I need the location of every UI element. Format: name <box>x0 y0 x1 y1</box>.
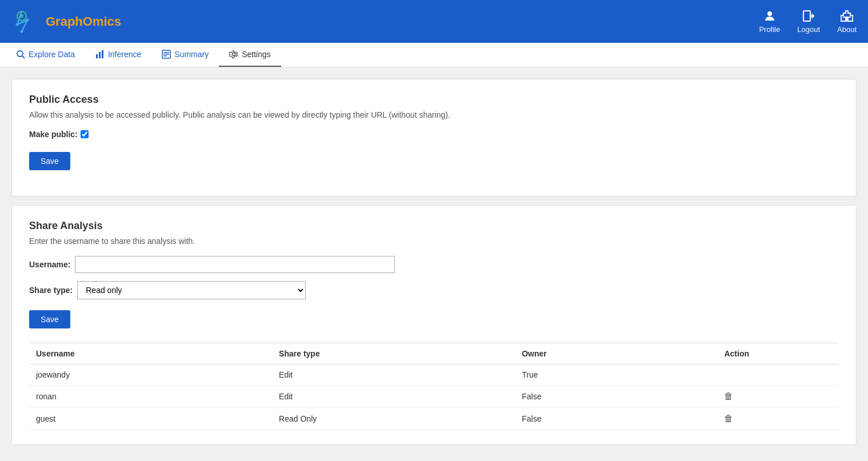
svg-rect-7 <box>845 17 849 21</box>
svg-rect-8 <box>843 17 851 18</box>
svg-rect-15 <box>163 52 169 53</box>
col-header-owner: Owner <box>515 343 717 364</box>
cell-action: 🗑 <box>717 386 839 408</box>
share-type-label: Share type: <box>29 286 73 295</box>
main-content: Public Access Allow this analysis to be … <box>0 67 868 456</box>
svg-point-3 <box>26 18 29 21</box>
delete-button[interactable]: 🗑 <box>724 391 733 401</box>
cell-action <box>717 364 839 386</box>
logout-label: Logout <box>797 25 820 34</box>
share-type-select[interactable]: Read only Edit <box>77 281 306 299</box>
cell-sharetype: Edit <box>272 386 515 408</box>
tab-explore-data-label: Explore Data <box>29 50 75 59</box>
summary-icon <box>162 50 171 59</box>
make-public-label: Make public: <box>29 130 78 139</box>
svg-rect-11 <box>96 54 98 58</box>
username-row: Username: <box>29 256 839 273</box>
tabs-bar: Explore Data Inference Summary Settings <box>0 43 868 67</box>
public-access-card: Public Access Allow this analysis to be … <box>11 79 857 197</box>
col-header-sharetype: Share type <box>272 343 515 364</box>
col-header-username: Username <box>29 343 272 364</box>
svg-point-4 <box>21 30 23 33</box>
profile-nav-item[interactable]: Profile <box>759 9 780 34</box>
search-icon <box>16 50 25 59</box>
share-analysis-save-button[interactable]: Save <box>29 310 70 328</box>
cell-owner: True <box>515 364 717 386</box>
app-header: GraphOmics Profile Logout About <box>0 0 868 43</box>
about-icon <box>840 9 854 23</box>
tab-summary[interactable]: Summary <box>151 43 219 67</box>
profile-label: Profile <box>759 25 780 34</box>
make-public-row: Make public: <box>29 130 839 139</box>
chart-icon <box>95 50 105 59</box>
public-access-title: Public Access <box>29 94 839 106</box>
about-nav-item[interactable]: About <box>837 9 857 34</box>
public-access-description: Allow this analysis to be accessed publi… <box>29 110 839 119</box>
header-nav: Profile Logout About <box>759 9 857 34</box>
svg-point-5 <box>767 11 772 16</box>
logo-icon <box>11 7 40 36</box>
col-header-action: Action <box>717 343 839 364</box>
tab-summary-label: Summary <box>174 50 209 59</box>
share-analysis-description: Enter the username to share this analysi… <box>29 236 839 246</box>
share-analysis-card: Share Analysis Enter the username to sha… <box>11 205 857 445</box>
tab-inference[interactable]: Inference <box>85 43 151 67</box>
share-analysis-title: Share Analysis <box>29 220 839 232</box>
username-input[interactable] <box>75 256 395 273</box>
cell-username: ronan <box>29 386 272 408</box>
share-table: Username Share type Owner Action joewand… <box>29 343 839 430</box>
svg-point-2 <box>16 23 19 26</box>
cell-username: joewandy <box>29 364 272 386</box>
table-row: joewandy Edit True <box>29 364 839 386</box>
cell-username: guest <box>29 408 272 430</box>
table-row: guest Read Only False 🗑 <box>29 408 839 430</box>
profile-icon <box>763 9 777 23</box>
cell-sharetype: Edit <box>272 364 515 386</box>
svg-rect-6 <box>803 11 810 21</box>
cell-sharetype: Read Only <box>272 408 515 430</box>
make-public-checkbox[interactable] <box>81 130 89 138</box>
tab-settings[interactable]: Settings <box>219 43 281 67</box>
tab-inference-label: Inference <box>108 50 141 59</box>
cell-action: 🗑 <box>717 408 839 430</box>
table-header-row: Username Share type Owner Action <box>29 343 839 364</box>
public-access-save-button[interactable]: Save <box>29 152 70 170</box>
tab-settings-label: Settings <box>242 50 271 59</box>
share-type-row: Share type: Read only Edit <box>29 281 839 299</box>
username-label: Username: <box>29 260 70 269</box>
logo-container: GraphOmics <box>11 7 121 36</box>
table-row: ronan Edit False 🗑 <box>29 386 839 408</box>
logo-text: GraphOmics <box>46 14 121 29</box>
delete-button[interactable]: 🗑 <box>724 414 733 423</box>
svg-point-18 <box>233 53 235 56</box>
svg-rect-16 <box>163 54 169 55</box>
about-label: About <box>837 25 857 34</box>
tab-explore-data[interactable]: Explore Data <box>6 43 85 67</box>
gear-icon <box>229 50 238 59</box>
logout-nav-item[interactable]: Logout <box>797 9 820 34</box>
svg-rect-12 <box>99 52 101 58</box>
svg-point-9 <box>17 51 23 57</box>
svg-rect-17 <box>163 55 167 57</box>
cell-owner: False <box>515 408 717 430</box>
svg-line-10 <box>22 56 25 58</box>
logout-icon <box>802 9 815 23</box>
svg-rect-13 <box>102 50 103 58</box>
cell-owner: False <box>515 386 717 408</box>
